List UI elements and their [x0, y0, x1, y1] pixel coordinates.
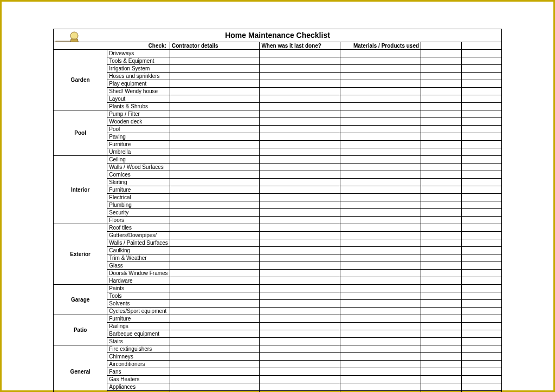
item-label: Cycles/Sport equipment [107, 308, 170, 315]
cell-extra-2 [461, 80, 501, 88]
cell-materials [340, 57, 421, 65]
cell-contractor [170, 232, 260, 239]
cell-contractor [170, 247, 260, 254]
item-label: Driveways [107, 50, 170, 57]
cell-last-done [260, 126, 340, 133]
cell-last-done [260, 88, 340, 95]
cell-extra-1 [421, 224, 461, 232]
cell-contractor [170, 345, 260, 353]
item-label: Fire extinguishers [107, 345, 170, 353]
cell-materials [340, 164, 421, 171]
cell-materials [340, 254, 421, 262]
item-label: Wooden deck [107, 118, 170, 126]
cell-extra-2 [461, 171, 501, 179]
item-label: Irrigation System [107, 65, 170, 73]
cell-last-done [260, 262, 340, 270]
cell-contractor [170, 361, 260, 368]
cell-extra-2 [461, 194, 501, 201]
cell-extra-2 [461, 156, 501, 164]
cell-last-done [260, 103, 340, 110]
cell-materials [340, 353, 421, 361]
cell-materials [340, 270, 421, 277]
cell-materials [340, 126, 421, 133]
cell-contractor [170, 201, 260, 209]
item-label: Gas Heaters [107, 376, 170, 383]
cell-last-done [260, 345, 340, 353]
cell-materials [340, 156, 421, 164]
cell-extra-2 [461, 110, 501, 118]
cell-extra-1 [421, 376, 461, 383]
item-label: Trim & Weather [107, 254, 170, 262]
cell-last-done [260, 323, 340, 330]
cell-contractor [170, 239, 260, 247]
cell-contractor [170, 118, 260, 126]
cell-last-done [260, 57, 340, 65]
cell-extra-1 [421, 118, 461, 126]
cell-last-done [260, 270, 340, 277]
cell-last-done [260, 118, 340, 126]
cell-extra-2 [461, 201, 501, 209]
cell-last-done [260, 361, 340, 368]
cell-extra-1 [421, 353, 461, 361]
item-label: Walls / Painted Surfaces [107, 239, 170, 247]
cell-materials [340, 110, 421, 118]
item-label: Fans [107, 368, 170, 376]
cell-materials [340, 315, 421, 323]
cell-extra-2 [461, 95, 501, 103]
item-label: Umbrella [107, 148, 170, 156]
cell-materials [340, 65, 421, 73]
cell-extra-1 [421, 209, 461, 217]
cell-extra-1 [421, 300, 461, 308]
cell-materials [340, 383, 421, 391]
cell-materials [340, 217, 421, 224]
cell-extra-2 [461, 262, 501, 270]
cell-contractor [170, 50, 260, 57]
cell-extra-1 [421, 277, 461, 285]
item-label: Hoses and sprinklers [107, 73, 170, 80]
cell-last-done [260, 201, 340, 209]
cell-extra-1 [421, 186, 461, 194]
cell-last-done [260, 254, 340, 262]
cell-materials [340, 323, 421, 330]
cell-materials [340, 368, 421, 376]
cell-extra-2 [461, 217, 501, 224]
category-garage: Garage [54, 285, 107, 315]
cell-extra-2 [461, 88, 501, 95]
cell-contractor [170, 186, 260, 194]
cell-last-done [260, 277, 340, 285]
cell-contractor [170, 73, 260, 80]
header-last-done: When was it last done? [260, 42, 340, 50]
cell-extra-1 [421, 179, 461, 186]
cell-contractor [170, 368, 260, 376]
cell-extra-1 [421, 201, 461, 209]
title-cell: Home Maintenance Checklist [54, 29, 502, 42]
cell-extra-1 [421, 50, 461, 57]
cell-extra-2 [461, 338, 501, 345]
cell-last-done [260, 232, 340, 239]
item-label: Floors [107, 217, 170, 224]
cell-extra-2 [461, 361, 501, 368]
cell-extra-2 [461, 330, 501, 338]
cell-extra-1 [421, 368, 461, 376]
cell-extra-2 [461, 292, 501, 300]
item-label: Appliances [107, 383, 170, 391]
header-extra-2 [461, 42, 501, 50]
cell-extra-1 [421, 330, 461, 338]
cell-materials [340, 247, 421, 254]
cell-materials [340, 209, 421, 217]
cell-extra-1 [421, 141, 461, 148]
cell-last-done [260, 383, 340, 391]
cell-materials [340, 300, 421, 308]
cell-last-done [260, 194, 340, 201]
item-label: Paints [107, 285, 170, 292]
cell-last-done [260, 141, 340, 148]
document-frame: Home Maintenance ChecklistCheck:Contract… [0, 0, 555, 392]
cell-materials [340, 194, 421, 201]
cell-extra-1 [421, 95, 461, 103]
cell-contractor [170, 224, 260, 232]
cell-extra-2 [461, 50, 501, 57]
cell-last-done [260, 110, 340, 118]
item-label: Skirting [107, 179, 170, 186]
cell-materials [340, 201, 421, 209]
cell-materials [340, 148, 421, 156]
